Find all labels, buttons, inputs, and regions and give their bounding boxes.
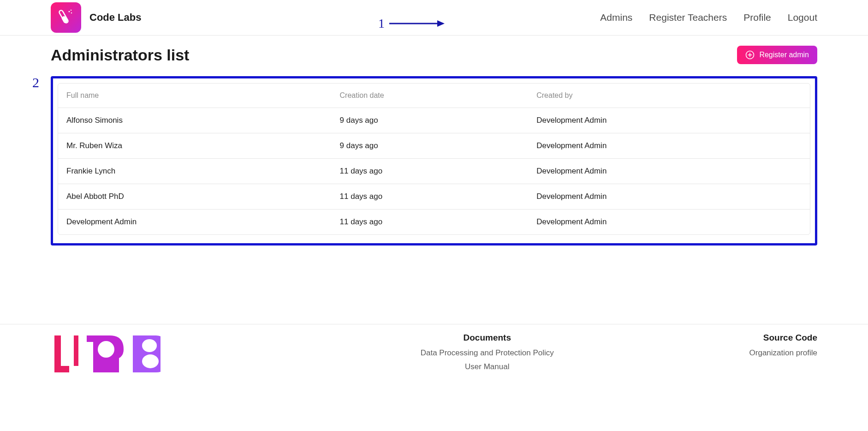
cell-by: Development Admin (536, 167, 802, 176)
cell-by: Development Admin (536, 217, 802, 227)
cell-by: Development Admin (536, 116, 802, 125)
svg-marker-6 (437, 20, 445, 27)
col-creation-date: Creation date (340, 91, 537, 100)
svg-point-2 (69, 11, 70, 12)
svg-point-4 (71, 12, 72, 13)
admins-table: Full name Creation date Created by Alfon… (58, 83, 810, 235)
title-row: Administrators list Register admin (51, 46, 817, 64)
annotation-2-label: 2 (32, 75, 39, 90)
svg-point-13 (142, 339, 157, 352)
page-title: Administrators list (51, 46, 189, 64)
annotation-1: 1 (378, 16, 445, 31)
cell-by: Development Admin (536, 141, 802, 150)
nav-profile[interactable]: Profile (743, 12, 771, 23)
svg-point-14 (142, 354, 159, 368)
table-header-row: Full name Creation date Created by (58, 84, 810, 108)
cell-date: 9 days ago (340, 116, 537, 125)
footer-link-manual[interactable]: User Manual (225, 362, 749, 371)
table-row[interactable]: Frankie Lynch 11 days ago Development Ad… (58, 159, 810, 184)
cell-name: Development Admin (66, 217, 340, 227)
nav-register-teachers[interactable]: Register Teachers (649, 12, 727, 23)
footer-documents-heading: Documents (225, 333, 749, 343)
footer: Documents Data Processing and Protection… (0, 324, 868, 376)
top-nav: Admins Register Teachers Profile Logout (600, 12, 817, 23)
svg-rect-10 (61, 335, 74, 366)
cell-name: Mr. Ruben Wiza (66, 141, 340, 150)
cell-date: 11 days ago (340, 192, 537, 201)
cell-by: Development Admin (536, 192, 802, 201)
cell-date: 9 days ago (340, 141, 537, 150)
col-full-name: Full name (66, 91, 340, 100)
cell-date: 11 days ago (340, 217, 537, 227)
footer-source: Source Code Organization profile (749, 333, 817, 362)
table-row[interactable]: Abel Abbott PhD 11 days ago Development … (58, 184, 810, 210)
annotation-1-label: 1 (378, 16, 385, 31)
brand-name: Code Labs (89, 12, 141, 24)
svg-point-3 (71, 10, 71, 11)
logo-icon (51, 2, 81, 33)
plus-circle-icon (745, 50, 755, 60)
register-admin-label: Register admin (759, 51, 809, 59)
cell-name: Frankie Lynch (66, 167, 340, 176)
brand[interactable]: Code Labs (51, 2, 141, 33)
footer-link-policy[interactable]: Data Processing and Protection Policy (225, 348, 749, 358)
main-content: Administrators list Register admin 2 Ful… (0, 36, 868, 264)
cell-name: Alfonso Simonis (66, 116, 340, 125)
cell-name: Abel Abbott PhD (66, 192, 340, 201)
footer-source-heading: Source Code (749, 333, 817, 343)
table-body: Alfonso Simonis 9 days ago Development A… (58, 108, 810, 234)
nav-logout[interactable]: Logout (788, 12, 817, 23)
footer-logo (51, 333, 161, 374)
svg-rect-11 (87, 342, 93, 372)
nav-admins[interactable]: Admins (600, 12, 632, 23)
table-row[interactable]: Alfonso Simonis 9 days ago Development A… (58, 108, 810, 133)
table-row[interactable]: Development Admin 11 days ago Developmen… (58, 210, 810, 234)
cell-date: 11 days ago (340, 167, 537, 176)
svg-point-12 (98, 341, 114, 358)
footer-link-org[interactable]: Organization profile (749, 348, 817, 358)
header: Code Labs 1 Admins Register Teachers Pro… (0, 0, 868, 36)
register-admin-button[interactable]: Register admin (737, 46, 817, 64)
footer-documents: Documents Data Processing and Protection… (161, 333, 749, 376)
table-row[interactable]: Mr. Ruben Wiza 9 days ago Development Ad… (58, 133, 810, 159)
table-highlight-box: 2 Full name Creation date Created by Alf… (51, 76, 817, 245)
col-created-by: Created by (536, 91, 802, 100)
